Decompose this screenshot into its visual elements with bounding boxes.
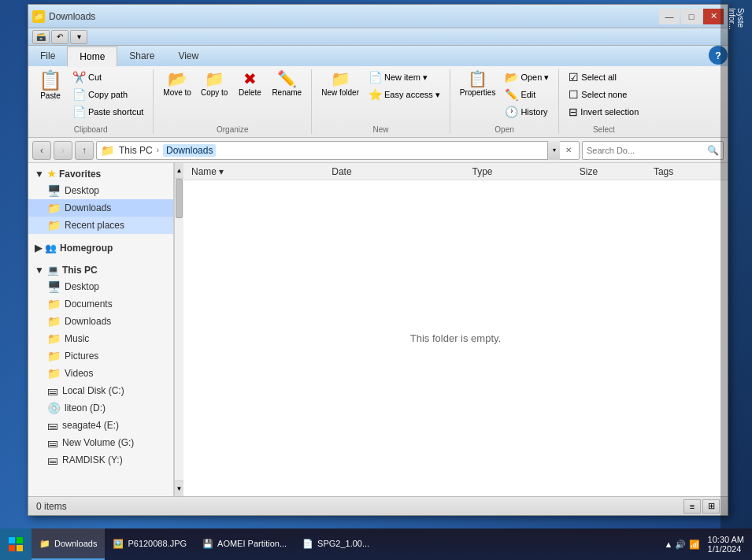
col-name-label: Name <box>191 166 217 177</box>
col-size-label: Size <box>580 166 598 177</box>
svg-rect-2 <box>9 545 15 551</box>
copy-path-label: Copy path <box>88 90 128 99</box>
copy-path-button[interactable]: 📄 Copy path <box>69 87 146 102</box>
edit-label: Edit <box>520 90 535 99</box>
history-button[interactable]: 🕐 History <box>502 104 552 120</box>
edit-icon: ✏️ <box>505 88 518 101</box>
address-current-label: Downloads <box>166 145 213 156</box>
this-pc-header[interactable]: ▼ 💻 This PC <box>28 262 173 278</box>
select-all-button[interactable]: ☑ Select all <box>565 69 642 85</box>
sidebar-item-downloads-pc[interactable]: 📁 Downloads <box>28 313 173 330</box>
qa-properties-button[interactable]: 🗃️ <box>32 30 50 44</box>
col-date-label: Date <box>332 166 351 177</box>
properties-button[interactable]: 📋 Properties <box>457 69 499 98</box>
svg-rect-1 <box>17 537 23 543</box>
sidebar-item-liteon[interactable]: 💿 liteon (D:) <box>28 399 173 417</box>
this-pc-icon: 💻 <box>47 265 59 276</box>
address-this-pc-label: This PC <box>119 145 153 156</box>
new-folder-button[interactable]: 📁 New folder <box>318 69 362 98</box>
taskbar-app-explorer[interactable]: 📁 Downloads <box>31 528 105 560</box>
start-button[interactable] <box>0 528 31 560</box>
delete-button[interactable]: ✖ Delete <box>234 69 265 98</box>
favorites-star-icon: ★ <box>47 169 56 180</box>
invert-label: Invert selection <box>580 107 639 117</box>
detail-view-button[interactable]: ≡ <box>683 499 701 514</box>
invert-selection-button[interactable]: ⊟ Invert selection <box>565 104 642 120</box>
paste-shortcut-button[interactable]: 📄 Paste shortcut <box>69 104 146 120</box>
sidebar-scrollbar[interactable]: ▲ ▼ <box>174 163 183 496</box>
spg2-label: SPG2_1.00... <box>317 539 369 548</box>
address-this-pc[interactable]: This PC <box>119 145 153 156</box>
cut-button[interactable]: ✂️ Cut <box>69 69 146 85</box>
documents-label: Documents <box>65 299 113 310</box>
rename-icon: ✏️ <box>277 71 297 87</box>
scroll-up-button[interactable]: ▲ <box>175 163 183 179</box>
back-button[interactable]: ‹ <box>32 141 51 160</box>
copy-to-label: Copy to <box>201 88 228 97</box>
sidebar-item-downloads-fav[interactable]: 📁 Downloads <box>28 199 173 217</box>
qa-undo-button[interactable]: ↶ <box>51 30 69 44</box>
clipboard-buttons: 📋 Paste ✂️ Cut 📄 Copy path <box>35 69 146 124</box>
spg2-icon: 📄 <box>302 539 313 549</box>
minimize-button[interactable]: — <box>659 9 680 24</box>
sidebar-item-music[interactable]: 📁 Music <box>28 330 173 347</box>
select-none-label: Select none <box>581 90 627 99</box>
homegroup-header[interactable]: ▶ 👥 Homegroup <box>28 240 173 256</box>
sidebar-item-ramdisk[interactable]: 🖴 RAMDISK (Y:) <box>28 451 173 469</box>
taskbar-app-aomei[interactable]: 💾 AOMEI Partition... <box>194 528 295 560</box>
tab-share[interactable]: Share <box>117 46 166 66</box>
search-bar[interactable]: 🔍 <box>582 141 724 160</box>
pictures-label: Pictures <box>65 350 98 362</box>
history-icon: 🕐 <box>505 106 518 118</box>
svg-rect-0 <box>9 537 15 543</box>
maximize-button[interactable]: □ <box>681 9 702 24</box>
sidebar-item-new-volume[interactable]: 🖴 New Volume (G:) <box>28 434 173 451</box>
tab-file[interactable]: File <box>28 46 67 66</box>
explorer-icon: 📁 <box>39 539 50 549</box>
sidebar-item-desktop-fav[interactable]: 🖥️ Desktop <box>28 182 173 199</box>
qa-more-button[interactable]: ▾ <box>70 30 87 44</box>
scroll-thumb[interactable] <box>176 179 183 218</box>
select-none-icon: ☐ <box>569 88 579 101</box>
open-button[interactable]: 📂 Open ▾ <box>502 69 552 85</box>
copy-to-button[interactable]: 📁 Copy to <box>198 69 231 98</box>
taskbar-app-spg2[interactable]: 📄 SPG2_1.00... <box>295 528 377 560</box>
easy-access-button[interactable]: ⭐ Easy access ▾ <box>365 87 443 102</box>
edit-button[interactable]: ✏️ Edit <box>502 87 552 102</box>
rename-button[interactable]: ✏️ Rename <box>269 69 305 98</box>
favorites-header[interactable]: ▼ ★ Favorites <box>28 166 173 182</box>
move-to-button[interactable]: 📂 Move to <box>160 69 194 98</box>
address-clear-button[interactable]: ✕ <box>562 141 575 160</box>
aomei-icon: 💾 <box>202 539 213 549</box>
search-input[interactable] <box>587 146 707 155</box>
col-header-tags[interactable]: Tags <box>650 165 724 179</box>
large-icon-view-button[interactable]: ⊞ <box>702 499 720 514</box>
new-item-button[interactable]: 📄 New item ▾ <box>365 69 443 85</box>
col-header-date[interactable]: Date <box>328 165 468 179</box>
sidebar-item-pictures[interactable]: 📁 Pictures <box>28 347 173 365</box>
system-info-label: SysteInfor... <box>724 4 749 34</box>
col-header-name[interactable]: Name ▾ <box>187 165 328 179</box>
select-none-button[interactable]: ☐ Select none <box>565 87 642 102</box>
sidebar-item-documents[interactable]: 📁 Documents <box>28 295 173 313</box>
sidebar-item-recent-places[interactable]: 📁 Recent places <box>28 217 173 234</box>
address-current-folder[interactable]: Downloads <box>163 144 216 157</box>
address-bar[interactable]: 📁 This PC › Downloads ▾ ✕ <box>96 141 580 160</box>
up-button[interactable]: ↑ <box>75 141 94 160</box>
paste-button[interactable]: 📋 Paste <box>35 69 66 102</box>
local-disk-icon: 🖴 <box>47 384 58 397</box>
address-dropdown-button[interactable]: ▾ <box>547 141 560 160</box>
col-header-type[interactable]: Type <box>469 165 576 179</box>
sidebar-item-videos[interactable]: 📁 Videos <box>28 365 173 382</box>
tab-home[interactable]: Home <box>67 46 117 67</box>
copy-path-icon: 📄 <box>72 88 86 101</box>
sidebar-item-seagate[interactable]: 🖴 seagate4 (E:) <box>28 417 173 434</box>
scroll-down-button[interactable]: ▼ <box>175 480 183 496</box>
sidebar-item-local-disk[interactable]: 🖴 Local Disk (C:) <box>28 382 173 399</box>
tab-view[interactable]: View <box>166 46 210 66</box>
homegroup-section: ▶ 👥 Homegroup <box>28 237 173 259</box>
taskbar-app-photo[interactable]: 🖼️ P6120088.JPG <box>105 528 194 560</box>
sidebar-item-desktop-pc[interactable]: 🖥️ Desktop <box>28 278 173 295</box>
col-header-size[interactable]: Size <box>576 165 650 179</box>
forward-button[interactable]: › <box>54 141 72 160</box>
